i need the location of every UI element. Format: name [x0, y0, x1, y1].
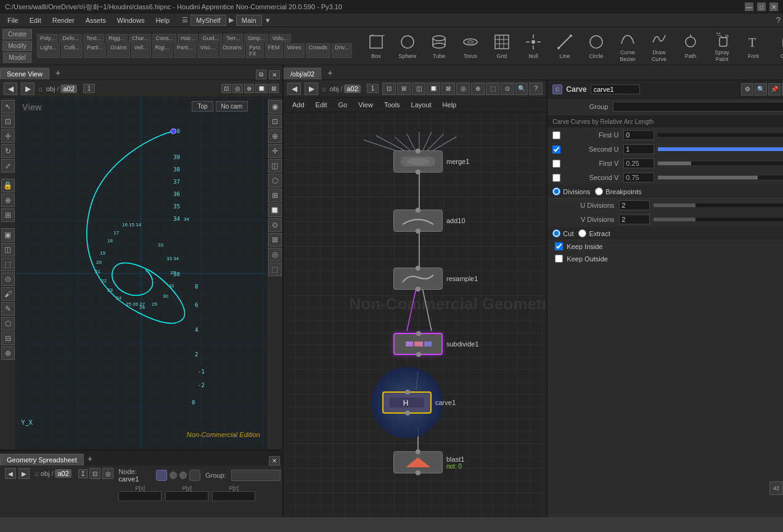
panel-split-btn[interactable]: ⧉ [256, 70, 266, 80]
props-firstU-input[interactable] [623, 130, 654, 140]
ne-menu-go[interactable]: Go [334, 100, 353, 110]
node-add10[interactable] [393, 210, 443, 232]
view-icon-5[interactable]: ⊠ [269, 84, 279, 93]
rs-num-btn[interactable]: 42 [769, 481, 783, 495]
geo-forward-btn[interactable]: ▶ [18, 468, 30, 479]
panel-close-btn[interactable]: ✕ [269, 70, 280, 80]
view-icon-1[interactable]: ⊡ [221, 84, 231, 93]
ne-menu-tools[interactable]: Tools [379, 100, 405, 110]
node-carve1[interactable]: H [382, 391, 432, 414]
props-divisions-radio[interactable] [552, 187, 560, 195]
props-firstV-slider-track[interactable] [658, 162, 783, 165]
props-cut-radio[interactable] [552, 229, 560, 237]
simp-btn[interactable]: Simp... [244, 34, 268, 43]
ne-icon5[interactable]: ⊠ [441, 83, 455, 95]
tool-grid[interactable]: Grid [486, 28, 517, 64]
ne-icon4[interactable]: 🔲 [427, 83, 440, 95]
rs-btn9[interactable]: ⊙ [268, 218, 282, 232]
ne-tab-add-btn[interactable]: + [322, 66, 337, 80]
side-snap[interactable]: 🔒 [1, 179, 15, 192]
guid-btn[interactable]: Guid... [199, 34, 222, 43]
light-btn[interactable]: Light... [37, 43, 60, 58]
side-group[interactable]: ⊙ [1, 272, 15, 286]
view-angle-btn[interactable]: Top [192, 101, 213, 112]
defo-btn[interactable]: Defo... [59, 34, 82, 43]
side-sculpt[interactable]: ✎ [1, 302, 15, 316]
workspace-arrow[interactable]: ▼ [264, 17, 271, 24]
poly-btn[interactable]: Poly... [37, 34, 58, 43]
tool-sphere[interactable]: Sphere [392, 28, 423, 64]
help-icon[interactable]: ? [776, 15, 781, 25]
ne-icon6[interactable]: ◎ [456, 83, 470, 95]
node-blast1[interactable] [393, 451, 443, 473]
props-secondU-input[interactable] [623, 144, 654, 154]
workspace-btn[interactable]: Main [236, 15, 262, 26]
tab-add-btn[interactable]: + [51, 66, 65, 80]
rs-btn6[interactable]: ⬡ [268, 174, 282, 187]
props-node-name-input[interactable] [591, 84, 640, 94]
props-group-input[interactable] [613, 102, 783, 112]
group-input[interactable] [231, 470, 281, 481]
nav-forward-btn[interactable]: ▶ [21, 83, 35, 95]
geo-icon-btn[interactable]: ⊡ [89, 468, 100, 479]
volu-btn[interactable]: Volu... [269, 34, 291, 43]
props-udiv-input[interactable] [619, 200, 650, 210]
props-firstU-slider-track[interactable] [658, 133, 783, 137]
side-misc[interactable]: ⊟ [1, 332, 15, 345]
props-cut-label[interactable]: Cut [552, 229, 573, 237]
tool-curve-bezier[interactable]: Curve Bezier [612, 28, 643, 64]
props-secondU-checkbox[interactable] [552, 145, 560, 153]
tab-scene-view[interactable]: Scene View [0, 68, 49, 80]
rs-btn12[interactable]: ⬚ [268, 263, 282, 276]
pyrofx-btn[interactable]: Pyro FX [246, 43, 264, 58]
parti2-btn[interactable]: Parti... [174, 43, 196, 58]
rs-btn2[interactable]: ⊡ [268, 115, 282, 128]
rs-btn11[interactable]: ◎ [268, 248, 282, 261]
px-input[interactable] [118, 491, 162, 501]
menu-render[interactable]: Render [47, 15, 80, 25]
props-firstV-input[interactable] [623, 158, 654, 168]
side-select[interactable]: ↖ [1, 100, 15, 113]
oceans-btn[interactable]: Oceans [219, 43, 245, 58]
side-view2[interactable]: ◫ [1, 243, 15, 256]
side-pivot[interactable]: ⊕ [1, 194, 15, 207]
node-graph[interactable]: Non-Commercial Geometry [284, 112, 546, 517]
fem-btn[interactable]: FEM [265, 43, 283, 58]
ne-search-btn[interactable]: 🔍 [515, 83, 528, 95]
rs-btn7[interactable]: ⊞ [268, 189, 282, 202]
rigg-btn[interactable]: Rigg... [105, 34, 128, 43]
py-input[interactable] [165, 491, 208, 501]
props-divisions-label[interactable]: Divisions [552, 187, 590, 195]
modify-btn[interactable]: Modify [2, 41, 31, 51]
ne-level-path[interactable]: a02 [344, 84, 360, 93]
terr-btn[interactable]: Terr... [223, 34, 244, 43]
model-btn[interactable]: Model [3, 52, 31, 63]
rs-btn5[interactable]: ◫ [268, 159, 282, 173]
props-secondU-slider-track[interactable] [658, 147, 783, 151]
ne-icon9[interactable]: ⊙ [501, 83, 514, 95]
props-keepoutside-checkbox[interactable] [555, 255, 563, 263]
rs-btn1[interactable]: ◉ [268, 100, 282, 113]
tool-camera[interactable]: Camera [775, 28, 783, 64]
ne-help-btn[interactable]: ? [529, 83, 543, 95]
menu-edit[interactable]: Edit [25, 15, 46, 25]
pz-input[interactable] [212, 491, 255, 501]
tool-font[interactable]: T Font [738, 28, 769, 64]
ne-icon1[interactable]: ⊡ [382, 83, 396, 95]
menu-file[interactable]: File [2, 15, 23, 25]
tool-draw-curve[interactable]: Draw Curve [644, 28, 674, 64]
ne-menu-view[interactable]: View [353, 100, 378, 110]
rs-btn10[interactable]: ⊠ [268, 233, 282, 247]
maximize-btn[interactable]: □ [757, 2, 766, 11]
side-misc2[interactable]: ⊕ [1, 346, 15, 360]
view-icon-4[interactable]: 🔲 [255, 84, 268, 93]
visc-btn[interactable]: Visc... [197, 43, 218, 58]
menu-windows[interactable]: Windows [112, 15, 150, 25]
props-udiv-slider[interactable] [654, 203, 783, 207]
geo-icon-btn2[interactable]: ◎ [102, 468, 113, 479]
cam-mode-btn[interactable]: No cam [216, 101, 248, 112]
tab-node-editor[interactable]: /obj/a02 [284, 68, 321, 80]
shelf-arrow[interactable]: ▶ [229, 16, 234, 24]
side-move[interactable]: ✛ [1, 129, 15, 143]
tool-tube[interactable]: Tube [424, 28, 454, 64]
